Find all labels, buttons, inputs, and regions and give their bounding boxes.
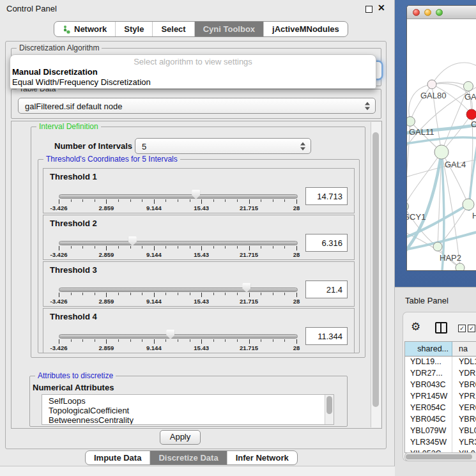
close-icon[interactable]: ✕ — [378, 3, 385, 13]
table-row[interactable]: YPR145WYPR1 — [405, 391, 476, 403]
zoom-window-icon[interactable] — [436, 9, 443, 16]
slider-track[interactable] — [59, 334, 298, 339]
apply-button[interactable]: Apply — [160, 430, 201, 445]
split-columns-icon[interactable] — [435, 322, 447, 334]
control-panel-tabbar: NetworkStyleSelectCyni ToolboxjActiveMNo… — [54, 21, 348, 37]
threshold-panel: Threshold 2-3.4262.8599.14415.4321.71528… — [43, 215, 355, 260]
network-node-label: C — [471, 119, 476, 129]
threshold-value-field[interactable]: 14.713 — [305, 187, 348, 205]
slider-track[interactable] — [59, 241, 298, 245]
table-row[interactable]: YDR27...YDR2 — [405, 368, 476, 380]
dropdown-option-manual-discretization[interactable]: Manual Discretization — [12, 67, 98, 77]
threshold-panel: Threshold 4-3.4262.8599.14415.4321.71528… — [43, 308, 355, 353]
attributes-legend: Attributes to discretize — [35, 371, 116, 380]
network-window-titlebar[interactable] — [407, 6, 476, 19]
close-window-icon[interactable] — [413, 9, 420, 16]
slider-major-ticks — [59, 293, 298, 297]
slider-tick-label: 9.144 — [138, 344, 170, 351]
threshold-value-field[interactable]: 21.4 — [305, 280, 348, 298]
table-row[interactable]: YBR043CYBR0 — [405, 380, 476, 391]
column-header-shared-name[interactable]: shared... — [405, 342, 452, 357]
cell-name: YBR0 — [452, 380, 476, 391]
slider-tick-label: 21.715 — [233, 251, 265, 258]
network-node-ga[interactable] — [464, 82, 473, 91]
tab-infer-network[interactable]: Infer Network — [227, 451, 297, 464]
numerical-attributes-label: Numerical Attributes — [33, 383, 114, 392]
network-node-hap2[interactable] — [433, 242, 442, 251]
slider-tick-label: 15.43 — [185, 204, 217, 211]
slider-track[interactable] — [59, 194, 298, 199]
slider-tick-label: 21.715 — [233, 204, 265, 211]
cell-shared-name: YER054C — [405, 403, 452, 414]
network-node-gcy1[interactable] — [407, 202, 409, 211]
tab-discretize-data[interactable]: Discretize Data — [150, 451, 227, 464]
screen: Control Panel ✕ NetworkStyleSelectCyni T… — [0, 0, 476, 476]
slider-tick-label: 9.144 — [138, 204, 170, 211]
cell-shared-name: YBR043C — [405, 380, 452, 391]
network-icon — [63, 25, 71, 34]
network-canvas[interactable]: GAL80GACGAL11GAL4GCY1HHAP2 — [407, 19, 476, 270]
column-header-name[interactable]: na — [452, 342, 476, 357]
float-window-icon[interactable] — [365, 6, 372, 13]
slider-tick-label: -3.426 — [43, 251, 75, 258]
algorithm-fieldset-legend: Discretization Algorithm — [17, 43, 102, 52]
attribute-list-item[interactable]: BetweennessCentrality — [49, 415, 334, 425]
table-settings-gear-icon[interactable]: ⚙ — [411, 320, 420, 334]
network-node[interactable] — [456, 263, 464, 270]
attributes-scrollbar[interactable] — [325, 395, 334, 424]
cell-shared-name: YLR345W — [405, 437, 452, 449]
node-table-panel: ⚙ ✓ ✓ shared... na YDL19...YDL1YDR27...Y… — [403, 312, 476, 461]
tab-network[interactable]: Network — [54, 22, 116, 36]
table-row[interactable]: YDL19...YDL1 — [405, 357, 476, 368]
slider-tick-label: 9.144 — [138, 251, 170, 258]
numerical-attributes-list[interactable]: SelfLoopsTopologicalCoefficientBetweenne… — [42, 394, 334, 425]
minimize-window-icon[interactable] — [424, 9, 431, 16]
tab-jactivemnodules[interactable]: jActiveMNodules — [264, 22, 348, 36]
settings-vertical-scrollbar[interactable] — [371, 122, 381, 427]
slider-tick-label: -3.426 — [43, 298, 75, 305]
table-panel-region: Table Panel ⚙ ✓ ✓ shared... na YDL19...Y… — [395, 287, 476, 476]
network-node-gal4[interactable] — [434, 145, 449, 159]
threshold-label: Threshold 4 — [50, 312, 97, 321]
interval-definition-legend: Interval Definition — [36, 122, 101, 131]
tab-impute-data[interactable]: Impute Data — [86, 451, 150, 464]
table-data-combobox[interactable]: galFiltered.sif default node — [18, 98, 376, 114]
table-horizontal-scrollbar[interactable] — [404, 452, 476, 461]
num-intervals-combobox[interactable]: 5 — [135, 138, 311, 154]
slider-track[interactable] — [59, 288, 298, 292]
tab-cyni-toolbox[interactable]: Cyni Toolbox — [195, 22, 264, 36]
table-row[interactable]: YBL079WYBL0 — [405, 426, 476, 437]
table-row[interactable]: YLR345WYLR3 — [405, 437, 476, 449]
table-row[interactable]: YER054CYER0 — [405, 403, 476, 414]
cell-shared-name: YDL19... — [405, 357, 452, 368]
tab-label: Select — [161, 24, 185, 34]
checkbox-icon[interactable]: ✓ — [468, 325, 475, 332]
network-node-gal80[interactable] — [427, 80, 436, 89]
threshold-value-field[interactable]: 11.344 — [305, 327, 348, 345]
tab-style[interactable]: Style — [116, 22, 153, 36]
threshold-panel: Threshold 3-3.4262.8599.14415.4321.71528… — [43, 261, 355, 307]
table-row[interactable]: YBR045CYBR0 — [405, 414, 476, 426]
attribute-list-item[interactable]: SelfLoops — [49, 396, 334, 406]
cell-name: YDL1 — [452, 357, 476, 368]
dropdown-option-equal-width-frequency[interactable]: Equal Width/Frequency Discretization — [12, 77, 151, 87]
checkbox-icon[interactable]: ✓ — [458, 325, 466, 332]
attributes-fieldset: Attributes to discretize Numerical Attri… — [29, 376, 348, 427]
network-node-gal11[interactable] — [407, 117, 415, 127]
dropdown-placeholder: Select algorithm to view settings — [10, 57, 376, 66]
tab-label: Infer Network — [236, 453, 289, 463]
cell-name: YLR3 — [452, 437, 476, 449]
slider-tick-label: 21.715 — [233, 298, 265, 305]
stepper-icon — [365, 102, 370, 110]
tab-select[interactable]: Select — [153, 22, 194, 36]
thresholds-container: Threshold 1-3.4262.8599.14415.4321.71528… — [43, 168, 355, 355]
threshold-value-field[interactable]: 6.316 — [305, 234, 348, 252]
control-panel: Control Panel ✕ NetworkStyleSelectCyni T… — [0, 0, 395, 466]
network-node-h[interactable] — [463, 199, 474, 210]
slider-major-ticks — [59, 199, 298, 204]
thresholds-fieldset: Threshold's Coordinates for 5 Intervals … — [38, 159, 360, 353]
cell-name: YBR0 — [452, 414, 476, 426]
network-node-label: GA — [464, 92, 476, 102]
attribute-list-item[interactable]: TopologicalCoefficient — [49, 406, 334, 415]
network-node-c[interactable] — [466, 109, 476, 119]
